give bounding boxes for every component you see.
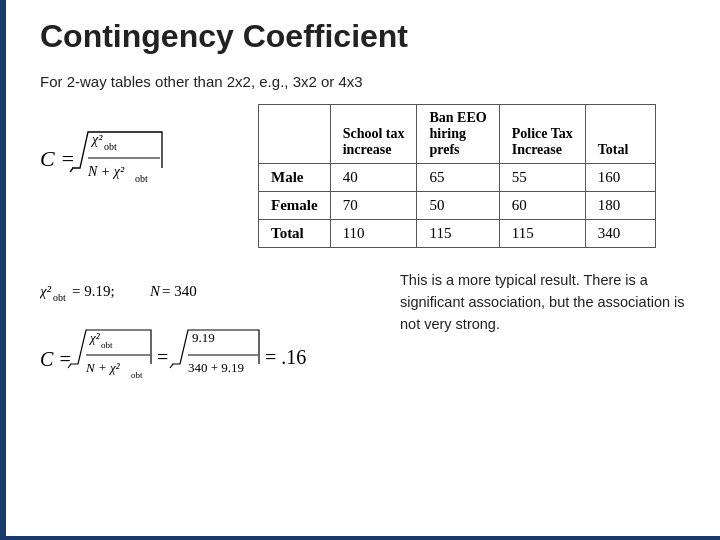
cell-value: 65 [417,164,499,192]
page-title: Contingency Coefficient [40,18,690,55]
svg-text:obt: obt [131,370,143,380]
row-label: Female [259,192,331,220]
cell-value: 110 [330,220,417,248]
header-blank [259,105,331,164]
main-content: C = χ² obt N + χ² obt [40,104,690,248]
header-school-tax: School taxincrease [330,105,417,164]
svg-text:obt: obt [135,173,148,184]
table-row: Total110115115340 [259,220,656,248]
formula-2b: C = χ² obt N + χ² obt = 9.19 340 + 9.19 [40,314,410,394]
cell-value: 60 [499,192,585,220]
cell-value: 50 [417,192,499,220]
cell-value: 40 [330,164,417,192]
cell-value: 115 [417,220,499,248]
cell-value: 160 [585,164,655,192]
page: Contingency Coefficient For 2-way tables… [0,0,720,540]
svg-text:obt: obt [53,292,66,303]
subtitle: For 2-way tables other than 2x2, e.g., 3… [40,73,690,90]
svg-text:N: N [149,283,161,299]
header-total: Total [585,105,655,164]
formula2-area: χ² obt = 9.19; N = 340 C = χ² obt N + χ²… [40,270,376,398]
svg-text:N + χ²: N + χ² [87,164,125,179]
svg-text:= 9.19;: = 9.19; [72,283,115,299]
svg-text:N + χ²: N + χ² [85,360,121,375]
cell-value: 70 [330,192,417,220]
svg-text:= .16: = .16 [265,346,306,368]
svg-text:χ²: χ² [40,283,52,299]
header-ban-eeo: Ban EEOhiringprefs [417,105,499,164]
row-label: Total [259,220,331,248]
row-label: Male [259,164,331,192]
cell-value: 180 [585,192,655,220]
contingency-table: School taxincrease Ban EEOhiringprefs Po… [258,104,656,248]
table-row: Male406555160 [259,164,656,192]
bottom-rule [0,536,720,540]
bottom-section: χ² obt = 9.19; N = 340 C = χ² obt N + χ²… [40,270,690,398]
table-row: Female705060180 [259,192,656,220]
svg-text:= 340: = 340 [162,283,197,299]
table-header-row: School taxincrease Ban EEOhiringprefs Po… [259,105,656,164]
formula-2a: χ² obt = 9.19; N = 340 [40,270,270,310]
table-area: School taxincrease Ban EEOhiringprefs Po… [258,104,690,248]
svg-line-23 [170,364,173,368]
svg-text:=: = [157,346,168,368]
svg-text:C =: C = [40,348,72,370]
svg-text:340 + 9.19: 340 + 9.19 [188,360,244,375]
svg-text:χ²: χ² [90,132,103,147]
note-text: This is a more typical result. There is … [400,270,690,335]
formula-area: C = χ² obt N + χ² obt [40,114,240,194]
svg-text:9.19: 9.19 [192,330,215,345]
svg-text:obt: obt [101,340,113,350]
svg-text:χ²: χ² [88,330,101,345]
header-police-tax: Police TaxIncrease [499,105,585,164]
cell-value: 115 [499,220,585,248]
cell-value: 340 [585,220,655,248]
formula-1: C = χ² obt N + χ² obt [40,114,230,194]
cell-value: 55 [499,164,585,192]
svg-text:obt: obt [104,141,117,152]
svg-text:C =: C = [40,146,75,171]
